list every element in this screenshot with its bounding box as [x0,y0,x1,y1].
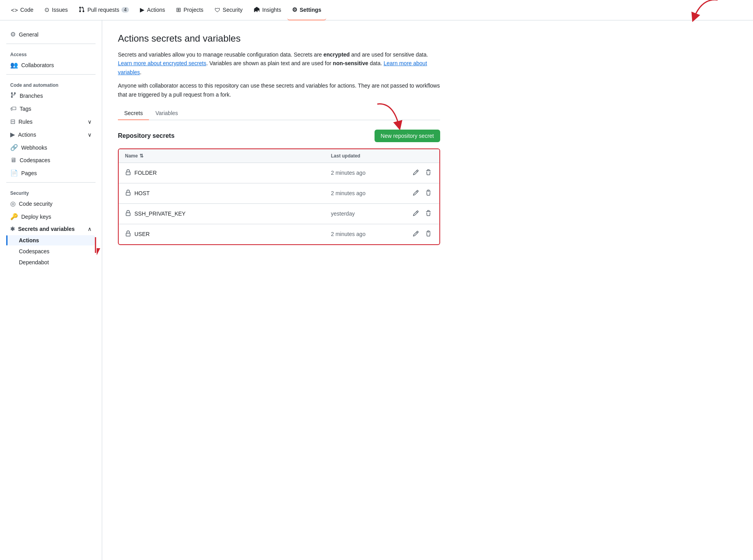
sidebar-secrets-label: Secrets and variables [18,226,75,232]
collaborators-icon: 👥 [10,61,18,69]
description-1: Secrets and variables allow you to manag… [118,50,440,77]
nav-pull-requests[interactable]: Pull requests 4 [74,0,134,20]
edit-secret-button[interactable] [411,209,421,219]
security-icon: 🛡 [215,7,220,13]
nav-projects-label: Projects [184,7,204,13]
delete-secret-button[interactable] [424,209,433,219]
sidebar-item-collaborators[interactable]: 👥 Collaborators [6,59,96,71]
tabs: Secrets Variables [118,107,440,120]
secret-name: SSH_PRIVATE_KEY [134,210,185,217]
code-icon: <> [11,7,18,13]
settings-icon: ⚙ [292,6,297,13]
new-repository-secret-button[interactable]: New repository secret [375,130,440,142]
secrets-icon: ✱ [10,226,15,232]
sidebar: ⚙ General Access 👥 Collaborators Code an… [0,20,102,560]
sidebar-collaborators-label: Collaborators [21,62,54,68]
sidebar-divider-1 [6,44,96,44]
sidebar-item-rules[interactable]: ⊟ Rules ∨ [6,115,96,128]
sidebar-item-code-security[interactable]: ◎ Code security [6,198,96,210]
sidebar-webhooks-label: Webhooks [21,145,47,151]
sidebar-subitem-codespaces-label: Codespaces [19,248,50,254]
secret-name: HOST [134,190,150,196]
nav-settings[interactable]: ⚙ Settings [287,0,326,20]
nav-security[interactable]: 🛡 Security [210,0,248,20]
sidebar-actions-label: Actions [18,132,36,138]
actions-sidebar-icon: ▶ [10,131,15,138]
sidebar-subitem-dependabot[interactable]: Dependabot [6,257,96,267]
sidebar-item-deploy-keys[interactable]: 🔑 Deploy keys [6,210,96,223]
description-2: Anyone with collaborator access to this … [118,81,440,99]
actions-icon: ▶ [140,6,145,13]
sidebar-subitem-dependabot-label: Dependabot [19,259,49,265]
lock-icon [125,210,131,218]
sidebar-security-section: Security [6,186,96,198]
top-navigation: <> Code ⊙ Issues Pull requests 4 ▶ Actio… [0,0,753,20]
sidebar-general-label: General [19,31,39,38]
nav-insights-label: Insights [262,7,281,13]
secret-actions [402,168,433,178]
rules-icon: ⊟ [10,118,15,125]
col-updated-header: Last updated [331,153,402,159]
sidebar-item-branches[interactable]: Branches [6,90,96,102]
sidebar-item-tags[interactable]: 🏷 Tags [6,103,96,115]
branches-icon [10,92,17,100]
secrets-chevron-icon: ∧ [88,226,92,232]
sidebar-item-pages[interactable]: 📄 Pages [6,167,96,179]
table-row: HOST 2 minutes ago [119,183,439,204]
nav-insights[interactable]: Insights [249,0,286,20]
sidebar-item-webhooks[interactable]: 🔗 Webhooks [6,141,96,154]
sidebar-item-actions[interactable]: ▶ Actions ∨ [6,128,96,141]
codespaces-icon: 🖥 [10,157,17,164]
lock-icon [125,169,131,177]
delete-secret-button[interactable] [424,229,433,240]
table-header: Name ⇅ Last updated [119,149,439,163]
edit-secret-button[interactable] [411,168,421,178]
sidebar-branches-label: Branches [20,93,43,99]
sort-icon[interactable]: ⇅ [140,153,143,159]
edit-secret-button[interactable] [411,229,421,240]
sidebar-divider-2 [6,74,96,75]
deploy-keys-icon: 🔑 [10,213,18,220]
table-row: USER 2 minutes ago [119,224,439,244]
learn-more-secrets-link[interactable]: Learn more about encrypted secrets [118,60,206,66]
code-security-icon: ◎ [10,200,16,207]
delete-secret-button[interactable] [424,168,433,178]
secret-actions [402,229,433,240]
sidebar-tags-label: Tags [20,106,31,112]
insights-icon [253,6,260,14]
nav-code[interactable]: <> Code [6,0,38,20]
sidebar-item-codespaces[interactable]: 🖥 Codespaces [6,154,96,166]
table-row: SSH_PRIVATE_KEY yesterday [119,204,439,224]
col-name-label: Name [125,153,138,159]
actions-chevron-icon: ∨ [88,132,92,138]
edit-secret-button[interactable] [411,188,421,199]
tab-secrets[interactable]: Secrets [118,107,149,120]
tags-icon: 🏷 [10,105,17,112]
sidebar-codespaces-label: Codespaces [20,157,50,163]
col-name-header: Name ⇅ [125,153,331,159]
nav-actions-label: Actions [147,7,165,13]
nav-pull-requests-label: Pull requests [87,7,119,13]
nav-actions[interactable]: ▶ Actions [135,0,170,20]
nav-issues[interactable]: ⊙ Issues [40,0,72,20]
sidebar-subitem-actions[interactable]: Actions [6,235,96,245]
sidebar-deploy-keys-label: Deploy keys [21,214,51,220]
secrets-title: Repository secrets [118,132,174,139]
sidebar-item-secrets-variables[interactable]: ✱ Secrets and variables ∧ [6,223,96,234]
pull-requests-badge: 4 [121,7,129,13]
sidebar-subitem-codespaces[interactable]: Codespaces [6,246,96,256]
delete-secret-button[interactable] [424,188,433,199]
sidebar-item-general[interactable]: ⚙ General [6,28,96,40]
nav-code-label: Code [20,7,33,13]
pull-requests-icon [79,6,85,14]
sidebar-rules-label: Rules [18,119,33,125]
tab-variables[interactable]: Variables [149,107,184,120]
secrets-table: Name ⇅ Last updated FOLDER 2 minutes ago [118,148,440,245]
rules-chevron-icon: ∨ [88,119,92,125]
secret-name: USER [134,231,150,237]
secrets-header: Repository secrets New repository secret [118,130,440,142]
sidebar-divider-3 [6,182,96,183]
projects-icon: ⊞ [176,6,181,13]
nav-security-label: Security [223,7,243,13]
nav-projects[interactable]: ⊞ Projects [171,0,208,20]
